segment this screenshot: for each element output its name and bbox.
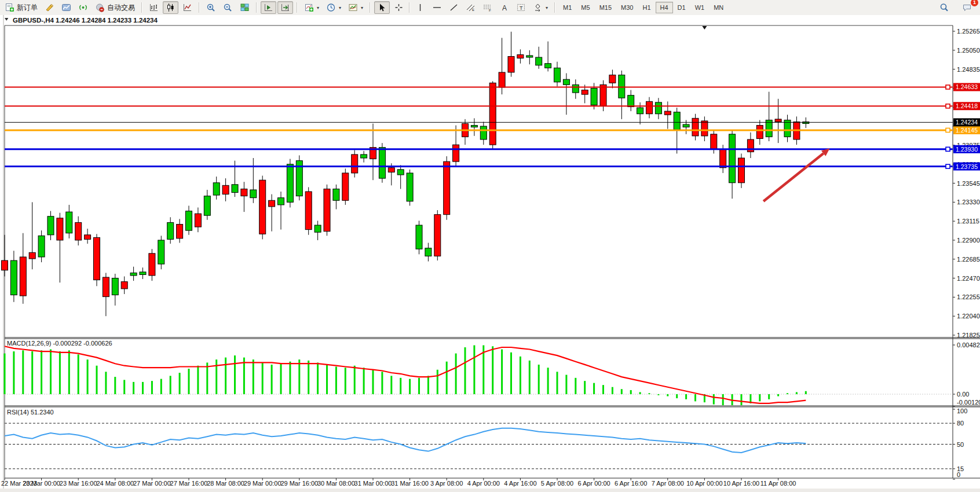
add-indicator-button[interactable]: ▾	[301, 1, 322, 14]
notifications-button[interactable]: 1	[959, 1, 975, 14]
line-chart-icon	[182, 3, 192, 12]
timeframe-h1-button[interactable]: H1	[638, 2, 655, 13]
signal-button[interactable]	[75, 1, 91, 14]
rsi-label: RSI(14) 51.2340	[7, 409, 54, 416]
toolbar-separator	[554, 2, 555, 13]
cursor-icon	[377, 3, 387, 12]
new-order-icon	[5, 3, 14, 12]
fibonacci-button[interactable]: F	[480, 1, 495, 14]
macd-label: MACD(12,26,9) -0.000292 -0.000626	[7, 340, 112, 347]
chart-title-ohlc: 1.24246 1.24284 1.24233 1.24234	[56, 17, 158, 24]
chevron-down-icon: ▾	[339, 5, 341, 10]
chevron-down-icon: ▾	[361, 5, 363, 10]
template-icon	[348, 3, 358, 12]
chart-shift-button[interactable]	[277, 1, 293, 14]
chart-window[interactable]: 1.252651.250501.248351.246201.244051.241…	[0, 15, 980, 492]
svg-text:1.24145: 1.24145	[956, 127, 978, 134]
svg-text:1.23115: 1.23115	[957, 218, 979, 225]
chat-icon	[962, 3, 972, 12]
svg-text:1.24234: 1.24234	[956, 119, 978, 126]
tile-windows-button[interactable]	[237, 1, 253, 14]
chart-canvas[interactable]: 1.252651.250501.248351.246201.244051.241…	[0, 15, 980, 492]
new-order-button[interactable]: 新订单	[2, 1, 41, 14]
timeframe-d1-button[interactable]: D1	[673, 2, 690, 13]
hline-handle	[946, 85, 950, 89]
price-badge: 1.24145	[953, 126, 980, 134]
timeframe-m15-button[interactable]: M15	[595, 2, 616, 13]
period-clock-icon	[326, 3, 336, 12]
search-button[interactable]	[937, 1, 952, 14]
template-button[interactable]: ▾	[345, 1, 366, 14]
toolbar-group-chart-type	[144, 0, 197, 15]
svg-text:31 Mar 00:00: 31 Mar 00:00	[354, 480, 392, 487]
toolbar-right: 1	[936, 1, 980, 14]
shapes-button[interactable]: ▾	[530, 1, 551, 14]
price-badge: 1.23930	[953, 145, 980, 153]
channel-button[interactable]: E	[463, 1, 478, 14]
auto-trading-button[interactable]: 自动交易	[92, 1, 138, 14]
text-icon: A	[499, 3, 509, 12]
auto-scroll-button[interactable]	[261, 1, 276, 14]
label-button[interactable]: T	[513, 1, 529, 14]
toolbar-group-indicators: ▾ ▾ ▾	[299, 0, 368, 15]
chart-profile-button[interactable]	[58, 1, 74, 14]
timeframe-h4-button[interactable]: H4	[656, 2, 673, 13]
timeframe-w1-button[interactable]: W1	[690, 2, 710, 13]
candlestick-button[interactable]	[163, 1, 178, 14]
horizontal-line-button[interactable]	[429, 1, 445, 14]
svg-text:1.23930: 1.23930	[956, 146, 978, 153]
bar-chart-icon	[149, 3, 159, 12]
svg-text:1.25050: 1.25050	[957, 47, 980, 54]
svg-text:27 Mar 16:00: 27 Mar 16:00	[170, 480, 208, 487]
toolbar-separator	[256, 2, 257, 13]
svg-text:0.004828: 0.004828	[957, 342, 980, 348]
svg-text:31 Mar 16:00: 31 Mar 16:00	[391, 480, 429, 487]
toolbar-group-objects: E F A T ▾	[372, 0, 553, 15]
svg-text:1.24418: 1.24418	[956, 102, 978, 109]
toolbar-group-scroll	[259, 0, 295, 15]
timeframe-m1-button[interactable]: M1	[558, 2, 576, 13]
timeframe-m30-button[interactable]: M30	[616, 2, 638, 13]
svg-text:10 Apr 16:00: 10 Apr 16:00	[723, 480, 759, 487]
timeframe-mn-button[interactable]: MN	[709, 2, 728, 13]
bar-chart-button[interactable]	[146, 1, 162, 14]
svg-text:3 Apr 08:00: 3 Apr 08:00	[430, 480, 463, 487]
cursor-button[interactable]	[374, 1, 390, 14]
svg-text:-0.001201: -0.001201	[957, 399, 980, 406]
main-toolbar: 新订单 自动交易 ▾ ▾ ▾ E F	[0, 0, 980, 16]
chevron-down-icon: ▾	[546, 5, 548, 10]
vertical-line-button[interactable]	[412, 1, 428, 14]
zoom-in-button[interactable]	[203, 1, 219, 14]
svg-text:10 Apr 00:00: 10 Apr 00:00	[686, 480, 722, 487]
text-button[interactable]: A	[496, 1, 512, 14]
svg-text:1.24633: 1.24633	[956, 83, 978, 90]
zoom-out-button[interactable]	[220, 1, 236, 14]
auto-scroll-icon	[264, 3, 273, 12]
svg-text:1.21825: 1.21825	[957, 332, 980, 339]
period-button[interactable]: ▾	[323, 1, 344, 14]
svg-text:F: F	[489, 9, 491, 12]
svg-text:E: E	[472, 8, 474, 12]
crayon-button[interactable]	[42, 1, 57, 14]
auto-trading-label: 自动交易	[107, 3, 135, 13]
chevron-down-icon: ▾	[317, 5, 319, 10]
price-badge: 1.24633	[953, 83, 980, 91]
svg-text:11 Apr 08:00: 11 Apr 08:00	[760, 480, 796, 487]
fibonacci-icon: F	[482, 3, 492, 12]
toolbar-separator	[297, 2, 298, 13]
svg-text:100: 100	[957, 407, 967, 414]
horizontal-line-icon	[432, 3, 442, 12]
timeframe-m5-button[interactable]: M5	[576, 2, 594, 13]
shapes-icon	[533, 3, 543, 12]
trendline-button[interactable]	[446, 1, 462, 14]
add-indicator-icon	[304, 3, 314, 12]
svg-text:6 Apr 00:00: 6 Apr 00:00	[577, 480, 610, 487]
svg-text:1.23330: 1.23330	[957, 199, 980, 205]
crosshair-button[interactable]	[391, 1, 407, 14]
line-chart-button[interactable]	[180, 1, 195, 14]
svg-text:80: 80	[957, 420, 964, 427]
svg-text:23 Mar 00:00: 23 Mar 00:00	[23, 480, 60, 487]
svg-text:1.22040: 1.22040	[957, 313, 980, 320]
chart-title-symbol: GBPUSD-,H4	[13, 17, 54, 24]
svg-text:7 Apr 08:00: 7 Apr 08:00	[652, 480, 684, 487]
